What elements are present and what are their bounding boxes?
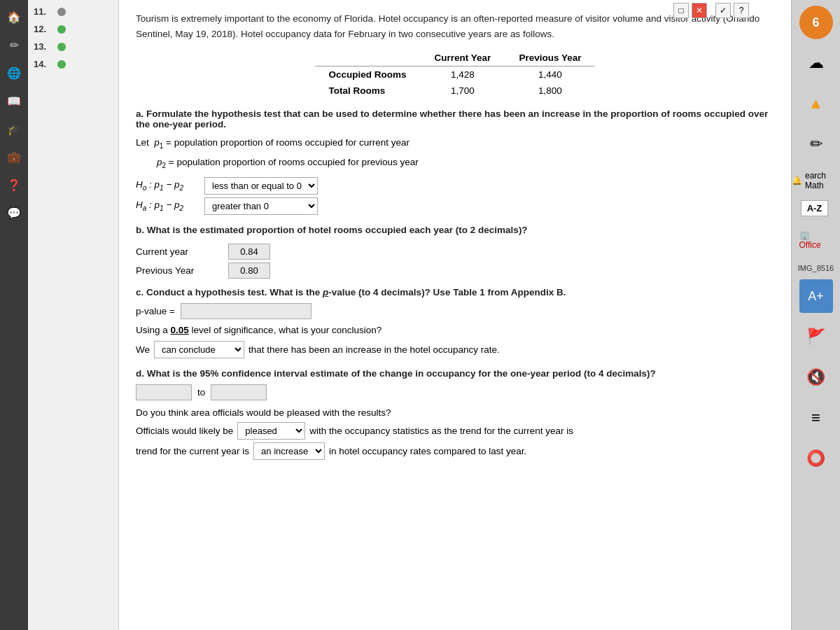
home-icon[interactable]: 🏠: [3, 6, 25, 28]
part-b-label: b.: [136, 225, 144, 235]
chat-icon[interactable]: 💬: [3, 202, 25, 224]
part-c-text: Conduct a hypothesis test. What is the p…: [146, 287, 566, 298]
table-cell-total-previous: 1,800: [505, 83, 595, 99]
office-icon[interactable]: 🏢 Office: [799, 223, 833, 257]
az-button[interactable]: A-Z: [801, 200, 829, 216]
officials-row-1: Officials would likely be pleased disple…: [136, 422, 774, 440]
help-button[interactable]: ?: [734, 3, 749, 18]
graduation-icon[interactable]: 🎓: [3, 118, 25, 140]
cloud-icon[interactable]: ☁: [799, 46, 833, 80]
previous-year-proportion-value: 0.80: [228, 262, 270, 279]
ci-to-input[interactable]: [211, 384, 267, 400]
part-d-label: d.: [136, 368, 144, 379]
question-item-11[interactable]: 11.: [28, 3, 118, 20]
pencil-icon[interactable]: ✏: [799, 127, 833, 161]
right-sidebar: 6 ☁ ▲ ✏ 🔔 earch Math A-Z 🏢 Office IMG_85…: [791, 0, 840, 630]
briefcase-icon[interactable]: 💼: [3, 146, 25, 168]
pvalue-label: p-value =: [136, 306, 175, 316]
part-c-label: c.: [136, 287, 144, 298]
h0-row: Ho : p1 − p2 less than or equal to 0 gre…: [136, 177, 774, 195]
ha-label: Ha : p1 − p2: [136, 200, 199, 212]
trend-select[interactable]: an increase a decrease no change: [253, 442, 325, 460]
pvalue-row: p-value =: [136, 303, 774, 319]
check-button[interactable]: ✓: [715, 3, 731, 18]
part-a-label: a.: [136, 108, 144, 119]
globe-icon[interactable]: 🌐: [3, 62, 25, 84]
img-label: IMG_8516: [798, 264, 834, 272]
table-row-occupied: Occupied Rooms 1,428 1,440: [315, 66, 596, 83]
book-icon[interactable]: 📖: [3, 90, 25, 112]
part-a-text: Formulate the hypothesis test that can b…: [136, 108, 768, 130]
circle-icon[interactable]: ⭕: [799, 442, 833, 475]
top-bar: □ ✕ ✓ ?: [673, 3, 749, 18]
conclusion-select[interactable]: can conclude cannot conclude: [154, 341, 244, 358]
part-a-header: a. Formulate the hypothesis test that ca…: [136, 108, 774, 130]
status-dot-11: [57, 8, 66, 16]
proportion-block: Current year 0.84 Previous Year 0.80: [136, 244, 774, 279]
table-cell-occupied-previous: 1,440: [505, 66, 595, 83]
officials-pleased-select[interactable]: pleased displeased indifferent: [237, 422, 305, 440]
pleased-question: Do you think area officials would be ple…: [136, 407, 774, 418]
flag-icon[interactable]: 🚩: [799, 320, 833, 354]
current-year-proportion-label: Current year: [136, 246, 220, 257]
we-label: We: [136, 344, 150, 355]
definition-block: Let p1 = population proportion of rooms …: [136, 135, 774, 171]
current-year-proportion-value: 0.84: [228, 244, 270, 260]
status-dot-13: [57, 43, 66, 51]
question-number-13: 13.: [34, 41, 53, 52]
main-content: □ ✕ ✓ ? Tourism is extremely important t…: [119, 0, 791, 630]
circle-6-icon[interactable]: 6: [799, 6, 833, 39]
conclusion-row: We can conclude cannot conclude that the…: [136, 341, 774, 358]
question-number-14: 14.: [34, 59, 53, 69]
let-p2-line: p2 = population proportion of rooms occu…: [157, 155, 774, 172]
officials-text-3: in hotel occupancy rates compared to las…: [329, 446, 526, 456]
lines-icon[interactable]: ≡: [799, 401, 833, 435]
ha-row: Ha : p1 − p2 greater than 0 less than or…: [136, 197, 774, 215]
current-year-proportion-row: Current year 0.84: [136, 244, 774, 260]
table-cell-total-current: 1,700: [421, 83, 505, 99]
ci-to-label: to: [197, 387, 205, 398]
significance-text: Using a 0.05 level of significance, what…: [136, 325, 774, 335]
previous-year-proportion-label: Previous Year: [136, 265, 220, 276]
table-header-empty: [315, 50, 421, 66]
h0-label: Ho : p1 − p2: [136, 179, 199, 192]
edit-icon[interactable]: ✏: [3, 34, 25, 56]
search-math-label: earch Math: [805, 171, 840, 190]
data-table: Current Year Previous Year Occupied Room…: [315, 50, 596, 99]
close-button[interactable]: ✕: [692, 3, 707, 18]
question-item-12[interactable]: 12.: [28, 20, 118, 38]
officials-row-2: trend for the current year is an increas…: [136, 442, 774, 460]
previous-year-proportion-row: Previous Year 0.80: [136, 262, 774, 279]
part-b-text: What is the estimated proportion of hote…: [147, 225, 528, 235]
plus-icon[interactable]: A+: [799, 279, 833, 313]
part-d-text: What is the 95% confidence interval esti…: [147, 368, 656, 379]
part-b-header: b. What is the estimated proportion of h…: [136, 225, 774, 235]
table-cell-occupied-label: Occupied Rooms: [315, 66, 421, 83]
pvalue-input[interactable]: [181, 303, 312, 319]
h0-select[interactable]: less than or equal to 0 greater than 0 e…: [204, 177, 318, 195]
ci-from-input[interactable]: [136, 384, 192, 400]
question-number-11: 11.: [34, 6, 53, 17]
table-header-current: Current Year: [421, 50, 505, 66]
speaker-icon[interactable]: 🔇: [799, 360, 833, 394]
question-item-14[interactable]: 14.: [28, 55, 118, 73]
table-header-previous: Previous Year: [505, 50, 595, 66]
officials-text-2: with the occupancy statistics as the tre…: [309, 426, 573, 436]
ci-row: to: [136, 384, 774, 400]
search-math-area: 🔔 earch Math: [792, 171, 840, 190]
question-list: 11. 12. 13. 14.: [28, 0, 119, 630]
question-item-13[interactable]: 13.: [28, 38, 118, 55]
conclusion-rest: that there has been an increase in the h…: [248, 344, 500, 355]
officials-text-1: Officials would likely be: [136, 426, 233, 436]
bell-icon[interactable]: 🔔: [792, 176, 802, 186]
minimize-button[interactable]: □: [673, 3, 689, 18]
trend-label: trend for the current year is: [136, 446, 249, 456]
let-p1-line: Let p1 = population proportion of rooms …: [136, 135, 774, 152]
part-c-header: c. Conduct a hypothesis test. What is th…: [136, 287, 774, 298]
question-icon[interactable]: ❓: [3, 174, 25, 196]
ha-select[interactable]: greater than 0 less than or equal to 0 e…: [204, 197, 318, 215]
part-d-header: d. What is the 95% confidence interval e…: [136, 368, 774, 379]
status-dot-14: [57, 60, 66, 69]
status-dot-12: [57, 25, 66, 34]
triangle-icon[interactable]: ▲: [799, 87, 833, 120]
